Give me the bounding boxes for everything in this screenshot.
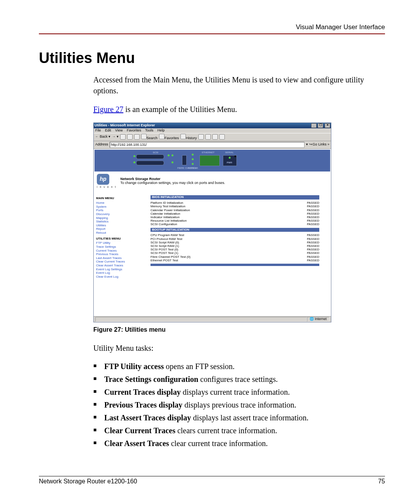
sidebar-item-event-log-settings[interactable]: Event Log Settings (96, 268, 147, 271)
table-row: Platform ID InitializationPASSED (150, 201, 319, 205)
minimize-icon[interactable]: _ (311, 123, 317, 128)
menu-bar[interactable]: File Edit View Favorites Tools Help (94, 128, 331, 133)
mail-icon[interactable] (198, 134, 204, 140)
stop-icon[interactable] (120, 134, 126, 140)
sidebar-item-mapping[interactable]: Mapping (96, 216, 147, 220)
table-row: Fibre Channel POST Test (0)PASSED (150, 255, 319, 259)
list-item: Previous Traces display displays previou… (93, 400, 385, 410)
go-button[interactable]: ↪Go (309, 143, 317, 147)
sidebar-item-ftp-utility[interactable]: FTP Utility (96, 241, 147, 245)
list-item: Last Assert Traces display displays last… (93, 413, 385, 423)
menu-view[interactable]: View (115, 128, 122, 132)
serial-label: SERIAL (225, 151, 234, 154)
print-icon[interactable] (205, 134, 211, 140)
address-input[interactable] (110, 142, 304, 148)
menu-help[interactable]: Help (158, 128, 165, 132)
discuss-icon[interactable] (219, 134, 225, 140)
sidebar-item-clear-event-log[interactable]: Clear Event Log (96, 275, 147, 279)
figure-caption: Figure 27: Utilities menu (93, 326, 385, 333)
table-row: SCSI Script RAM (1)PASSED (150, 244, 319, 248)
history-button[interactable]: History (180, 134, 197, 140)
address-label: Address (95, 143, 108, 147)
window-controls[interactable]: _ ☐ ✕ (311, 123, 330, 128)
table-row: SCSI POST Test (1)PASSED (150, 251, 319, 255)
bootup-section-title: BOOTUP INITIALIZATION (150, 228, 319, 232)
sidebar-item-current-traces[interactable]: Current Traces (96, 249, 147, 253)
device-diagram[interactable]: SCSI FIBRE CHANNEL ACT/LNK ETHERNET (94, 150, 330, 172)
table-row: Ethernet POST TestPASSED (150, 259, 319, 262)
footer-left: Network Storage Router e1200-160 (39, 478, 137, 485)
list-item: FTP Utility access opens an FTP session. (93, 361, 385, 372)
table-row: Calendar InitializationPASSED (150, 212, 319, 215)
home-icon[interactable] (134, 134, 140, 140)
edit-icon[interactable] (212, 134, 218, 140)
tasks-intro: Utility Menu tasks: (93, 343, 385, 354)
sidebar-item-ports[interactable]: Ports (96, 208, 147, 212)
menu-edit[interactable]: Edit (105, 128, 111, 132)
page-title: Utilities Menu (39, 50, 385, 66)
act-label: ACT/LNK (188, 167, 198, 170)
sidebar-item-system[interactable]: System (96, 205, 147, 209)
hp-logo-block: hp i n v e n t (97, 174, 116, 189)
table-row: SCSI Script RAM (0)PASSED (150, 241, 319, 244)
sidebar-item-previous-traces[interactable]: Previous Traces (96, 252, 147, 256)
sidebar-item-discovery[interactable]: Discovery (96, 212, 147, 216)
hp-invent-text: i n v e n t (97, 186, 116, 189)
intro-paragraph-2: Figure 27 is an example of the Utilities… (93, 104, 385, 115)
table-row: Resource List InitializationPASSED (150, 219, 319, 222)
sidebar-item-reboot[interactable]: Reboot (96, 231, 147, 235)
bios-section-title: BIOS INITIALIZATION (150, 195, 319, 200)
table-row: SCSI ConfigurationPASSED (150, 222, 319, 226)
maximize-icon[interactable]: ☐ (318, 123, 323, 128)
sidebar-item-clear-current-traces[interactable]: Clear Current Traces (96, 260, 147, 264)
favorites-button[interactable]: Favorites (159, 134, 179, 140)
table-row: Indicator InitializationPASSED (150, 215, 319, 219)
menu-favorites[interactable]: Favorites (127, 128, 141, 132)
browser-window: Utilities - Microsoft Internet Explorer … (93, 122, 331, 322)
main-menu-heading: MAIN MENU (96, 197, 147, 200)
sidebar-item-last-assert-traces[interactable]: Last Assert Traces (96, 256, 147, 260)
sidebar-item-trace-settings[interactable]: Trace Settings (96, 245, 147, 249)
sidebar-item-clear-assert-traces[interactable]: Clear Assert Traces (96, 264, 147, 268)
status-zone: 🌐 Internet (307, 317, 329, 322)
window-title: Utilities - Microsoft Internet Explorer (94, 124, 155, 128)
list-item: Clear Assert Traces clear current trace … (93, 438, 385, 449)
end-bar (150, 264, 319, 266)
sidebar-item-event-log[interactable]: Event Log (96, 271, 147, 275)
table-row: PCI Protocol RAM TestPASSED (150, 237, 319, 241)
figure-link[interactable]: Figure 27 (93, 105, 123, 114)
back-button[interactable]: ← Back ▾ (95, 135, 110, 139)
table-row: Memory Test InitializationPASSED (150, 205, 319, 208)
intro-tail: is an example of the Utilities Menu. (123, 105, 237, 114)
intro-paragraph-1: Accessed from the Main Menu, the Utiliti… (93, 74, 385, 96)
sidebar-item-utilities[interactable]: Utilities (96, 224, 147, 228)
forward-button[interactable]: → ▾ (112, 135, 119, 139)
address-dropdown-icon[interactable]: ▾ (306, 143, 308, 147)
table-row: SCSI POST Test (0)PASSED (150, 248, 319, 251)
table-row: CPU Program RAM TestPASSED (150, 233, 319, 237)
list-item: Trace Settings configuration configures … (93, 374, 385, 385)
list-item: Current Traces display displays current … (93, 387, 385, 397)
toolbar[interactable]: ← Back ▾ → ▾ Search Favorites History (94, 133, 331, 141)
status-left (95, 317, 307, 322)
banner-subtitle: To change configuration settings, you ma… (120, 181, 225, 185)
page-header: Visual Manager User Interface (39, 23, 385, 34)
sidebar-item-home[interactable]: Home (96, 201, 147, 205)
links-button[interactable]: Links » (318, 143, 329, 147)
list-item: Clear Current Traces clears current trac… (93, 425, 385, 436)
refresh-icon[interactable] (127, 134, 133, 140)
sidebar-item-statistics[interactable]: Statistics (96, 220, 147, 224)
search-button[interactable]: Search (141, 134, 158, 140)
ethernet-label: ETHERNET (202, 151, 214, 154)
footer-page-number: 75 (378, 478, 385, 485)
table-row: Calendar Power InitializationPASSED (150, 208, 319, 212)
menu-file[interactable]: File (95, 128, 101, 132)
close-icon[interactable]: ✕ (325, 123, 330, 128)
tasks-list: FTP Utility access opens an FTP session.… (93, 361, 385, 449)
hp-logo-icon: hp (97, 174, 109, 185)
scsi-label: SCSI (153, 151, 158, 154)
utilities-menu-heading: UTILITIES MENU (96, 237, 147, 241)
pwr-label: PWR (227, 161, 232, 164)
menu-tools[interactable]: Tools (145, 128, 153, 132)
sidebar-item-report[interactable]: Report (96, 227, 147, 231)
